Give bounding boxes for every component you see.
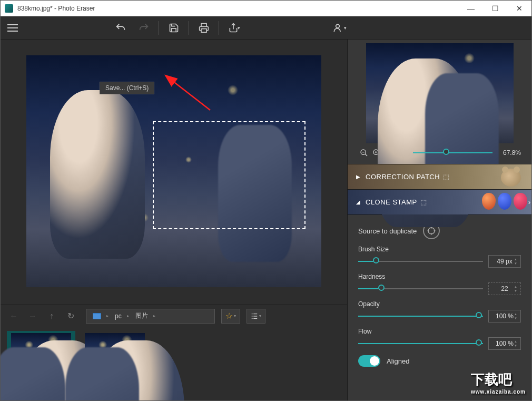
canvas-image[interactable] <box>26 55 321 287</box>
share-button[interactable]: ▾ <box>223 17 244 38</box>
canvas-viewport[interactable]: Save... (Ctrl+S) <box>1 40 347 305</box>
pc-icon <box>93 313 101 319</box>
svg-point-2 <box>336 24 339 28</box>
favorite-button[interactable]: ☆ ▾ <box>221 309 240 324</box>
preview-area <box>348 40 531 145</box>
file-navbar: ← → ↑ ↻ pc 图片 ☆ ▾ ▾ <box>1 305 347 327</box>
svg-rect-0 <box>201 28 206 32</box>
brush-size-value[interactable]: 49 px▲▼ <box>488 255 521 268</box>
undo-button[interactable] <box>110 17 131 38</box>
titlebar: 838kmo.jpg* - Photo Eraser — ☐ ✕ <box>1 1 531 16</box>
thumbnail-strip: 838kmo.jpg 838kmo.png <box>1 327 347 400</box>
brush-size-label: Brush Size <box>358 246 521 253</box>
close-button[interactable]: ✕ <box>507 1 531 16</box>
opacity-slider[interactable] <box>358 312 483 320</box>
patch-icon: ⬚ <box>443 173 449 181</box>
refresh-button[interactable]: ↻ <box>63 308 78 324</box>
up-button[interactable]: ↑ <box>44 308 60 324</box>
flow-slider[interactable] <box>358 339 483 348</box>
maximize-button[interactable]: ☐ <box>483 1 507 16</box>
path-segment-pictures[interactable]: 图片 <box>132 311 159 320</box>
hardness-label: Hardness <box>358 273 521 280</box>
forward-button[interactable]: → <box>25 308 41 324</box>
stamp-icon: ⬚ <box>420 198 427 206</box>
print-button[interactable] <box>193 17 214 38</box>
selection-marquee[interactable] <box>153 121 306 229</box>
hardness-slider[interactable] <box>358 285 483 293</box>
aligned-label: Aligned <box>387 357 409 365</box>
svg-point-20 <box>428 228 435 234</box>
view-mode-button[interactable]: ▾ <box>247 309 265 324</box>
correction-patch-section[interactable]: ▶ CORRECTION PATCH ⬚ <box>348 164 531 189</box>
aligned-toggle[interactable] <box>358 355 380 367</box>
thumbnail-image <box>11 333 71 380</box>
toolbar: ▾ ▾ <box>1 16 531 40</box>
save-button[interactable] <box>163 17 184 38</box>
menu-button[interactable] <box>5 20 21 36</box>
zoom-value: 67.8% <box>498 149 521 157</box>
thumbnail-image <box>85 333 145 380</box>
balloon-decoration <box>482 193 527 210</box>
caret-right-icon: ▶ <box>356 174 360 180</box>
clone-stamp-section[interactable]: ◢ CLONE STAMP ⬚ › <box>348 189 531 214</box>
save-tooltip: Save... (Ctrl+S) <box>100 82 154 94</box>
user-button[interactable]: ▾ <box>329 17 350 38</box>
brush-size-slider[interactable] <box>358 257 483 266</box>
panel-title: CLONE STAMP <box>366 198 417 206</box>
path-segment-pc[interactable]: pc <box>112 312 132 320</box>
preview-image[interactable] <box>366 43 514 143</box>
redo-button[interactable] <box>133 17 154 38</box>
app-icon <box>5 4 13 13</box>
opacity-label: Opacity <box>358 300 521 308</box>
thumbnail-item[interactable]: 838kmo.png <box>81 331 149 396</box>
path-breadcrumb[interactable]: pc 图片 <box>86 309 215 324</box>
minimize-button[interactable]: — <box>459 1 483 16</box>
bear-decoration <box>501 169 521 187</box>
back-button[interactable]: ← <box>6 308 22 324</box>
zoom-out-button[interactable] <box>358 147 370 159</box>
panel-title: CORRECTION PATCH <box>366 173 440 181</box>
hardness-value[interactable]: 22▲▼ <box>488 282 521 295</box>
opacity-value[interactable]: 100 %▲▼ <box>488 310 521 322</box>
caret-down-icon: ◢ <box>356 199 360 205</box>
right-panel: 1:1 67.8% ▶ CORRECTION PATCH ⬚ ◢ CLONE S… <box>347 40 531 400</box>
window-title: 838kmo.jpg* - Photo Eraser <box>17 5 459 12</box>
chevron-right-icon[interactable]: › <box>528 199 530 206</box>
flow-label: Flow <box>358 328 521 335</box>
zoom-slider[interactable] <box>413 148 492 158</box>
source-label: Source to duplicate <box>358 227 417 235</box>
svg-line-12 <box>365 154 367 156</box>
flow-value[interactable]: 100 %▲▼ <box>488 337 521 350</box>
